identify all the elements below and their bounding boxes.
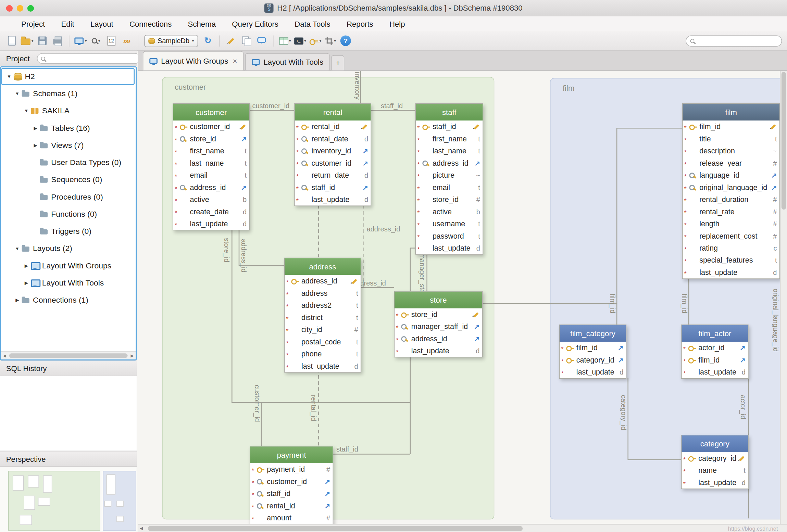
expander-closed-icon[interactable]: ▶ [22, 280, 30, 286]
column-row[interactable]: *ratingc [683, 242, 779, 254]
column-row[interactable]: *return_dated [295, 169, 371, 181]
help-button[interactable]: ? [339, 34, 352, 48]
column-row[interactable]: *city_id# [285, 324, 361, 335]
column-row[interactable]: *rental_rate# [683, 205, 779, 217]
column-row[interactable]: *last_namet [416, 145, 483, 157]
menu-help[interactable]: Help [381, 20, 413, 28]
foreign-key-button[interactable]: ▾ [309, 34, 322, 48]
tree-item-procedures-0[interactable]: Procedures (0) [1, 188, 136, 205]
tree-item-views-7[interactable]: ▶Views (7) [1, 137, 136, 154]
expander-open-icon[interactable]: ▼ [22, 108, 30, 113]
expander-open-icon[interactable]: ▼ [13, 91, 21, 96]
column-row[interactable]: *last_updated [560, 366, 626, 378]
save-button[interactable] [36, 34, 49, 48]
print-button[interactable] [51, 34, 64, 48]
column-row[interactable]: *film_id [682, 354, 748, 366]
tree-item-layouts-2[interactable]: ▼Layouts (2) [1, 240, 136, 257]
table-header[interactable]: payment [250, 446, 333, 463]
table-address[interactable]: address*address_id*addresst*address2t*di… [284, 258, 361, 373]
column-row[interactable]: *actor_id [682, 342, 748, 354]
column-row[interactable]: *customer_id [173, 121, 249, 132]
scrollbar-thumb[interactable] [9, 353, 128, 358]
column-row[interactable]: *amount# [250, 512, 333, 524]
column-row[interactable]: *last_updated [416, 242, 483, 254]
column-row[interactable]: *staff_id [250, 487, 333, 499]
close-window-button[interactable] [6, 5, 13, 12]
zoom-window-button[interactable] [27, 5, 34, 12]
table-category[interactable]: category*category_id*namet*last_updated [681, 435, 749, 489]
vertical-scrollbar[interactable] [780, 71, 787, 524]
tree-item-functions-0[interactable]: Functions (0) [1, 205, 136, 223]
menu-project[interactable]: Project [13, 20, 53, 28]
table-header[interactable]: customer [173, 104, 249, 121]
table-film-category[interactable]: film_category*film_id*category_id*last_u… [559, 325, 627, 379]
refresh-schema-button[interactable] [201, 34, 215, 48]
column-row[interactable]: *original_language_id [683, 181, 779, 193]
tab-close-icon[interactable]: × [233, 57, 237, 65]
column-row[interactable]: *postal_codet [285, 335, 361, 347]
expander-closed-icon[interactable]: ▶ [32, 143, 40, 148]
tree-item-layout-with-tools[interactable]: ▶Layout With Tools [1, 275, 136, 292]
column-row[interactable]: *address_id [173, 181, 249, 193]
new-project-button[interactable] [5, 34, 19, 48]
table-customer[interactable]: customer*customer_id*store_id*first_name… [173, 103, 250, 230]
forward-engineer-button[interactable] [120, 34, 133, 48]
column-row[interactable]: *emailt [416, 181, 483, 193]
horizontal-scrollbar[interactable]: ◀ [138, 524, 787, 532]
scrollbar-thumb[interactable] [782, 72, 786, 210]
expander-closed-icon[interactable]: ▶ [22, 263, 30, 268]
column-row[interactable]: *passwordt [416, 230, 483, 242]
table-header[interactable]: rental [295, 104, 371, 121]
scroll-left-icon[interactable]: ◀ [1, 353, 8, 358]
column-row[interactable]: *last_updated [682, 366, 748, 378]
column-row[interactable]: *film_id [683, 121, 779, 132]
menu-data-tools[interactable]: Data Tools [287, 20, 339, 28]
menu-edit[interactable]: Edit [53, 20, 83, 28]
column-row[interactable]: *store_id [173, 132, 249, 144]
tree-horizontal-scrollbar[interactable]: ◀ ▶ [1, 351, 136, 359]
column-row[interactable]: *last_updated [295, 193, 371, 205]
column-row[interactable]: *rental_id [295, 121, 371, 132]
table-grid-button[interactable]: ▾ [278, 34, 292, 48]
column-row[interactable]: *address_id [285, 275, 361, 287]
table-film[interactable]: film*film_id*titlet*description~*release… [682, 103, 780, 279]
tree-item-triggers-0[interactable]: Triggers (0) [1, 223, 136, 240]
column-row[interactable]: *special_featurest [683, 254, 779, 266]
duplicate-layout-button[interactable] [240, 34, 253, 48]
table-header[interactable]: film [683, 104, 779, 121]
column-row[interactable]: *last_namet [173, 157, 249, 169]
column-row[interactable]: *release_year# [683, 157, 779, 169]
column-row[interactable]: *rental_dated [295, 132, 371, 144]
column-row[interactable]: *staff_id [295, 181, 371, 193]
column-row[interactable]: *inventory_id [295, 145, 371, 157]
column-row[interactable]: *first_namet [416, 132, 483, 144]
perspective-minimap[interactable] [0, 467, 137, 532]
expander-open-icon[interactable]: ▼ [5, 74, 13, 79]
column-row[interactable]: *staff_id [416, 121, 483, 132]
table-header[interactable]: staff [416, 104, 483, 121]
column-row[interactable]: *category_id [682, 452, 748, 464]
tab-layout-with-groups[interactable]: Layout With Groups× [143, 51, 244, 70]
column-row[interactable]: *last_updated [682, 477, 748, 489]
tree-item-layout-with-groups[interactable]: ▶Layout With Groups [1, 257, 136, 274]
table-header[interactable]: film_category [560, 325, 626, 342]
connection-select[interactable]: SampleDb ▾ [144, 35, 198, 47]
query-console-button[interactable]: ›_▾ [293, 34, 307, 48]
column-row[interactable]: *emailt [173, 169, 249, 181]
column-row[interactable]: *payment_id# [250, 463, 333, 475]
scroll-right-icon[interactable]: ▶ [129, 353, 136, 358]
column-row[interactable]: *address_id [416, 157, 483, 169]
open-project-button[interactable]: ▾ [20, 34, 34, 48]
table-rental[interactable]: rental*rental_id*rental_dated*inventory_… [294, 103, 371, 206]
table-header[interactable]: address [285, 258, 361, 275]
column-row[interactable]: *description~ [683, 145, 779, 157]
column-row[interactable]: *manager_staff_id [395, 320, 482, 332]
column-row[interactable]: *last_updated [683, 266, 779, 278]
column-row[interactable]: *film_id [560, 342, 626, 354]
column-row[interactable]: *category_id [560, 354, 626, 366]
tree-item-sequences-0[interactable]: Sequences (0) [1, 171, 136, 188]
table-header[interactable]: film_actor [682, 325, 748, 342]
column-row[interactable]: *first_namet [173, 145, 249, 157]
column-row[interactable]: *activeb [173, 193, 249, 205]
table-payment[interactable]: payment*payment_id#*customer_id*staff_id… [250, 446, 333, 524]
